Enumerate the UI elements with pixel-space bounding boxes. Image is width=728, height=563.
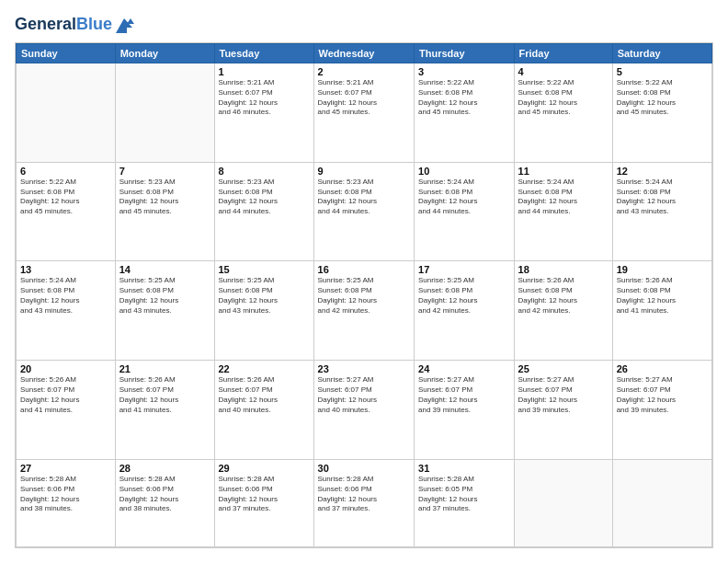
cal-cell: 22Sunrise: 5:26 AM Sunset: 6:07 PM Dayli… [214,361,313,460]
cal-cell: 27Sunrise: 5:28 AM Sunset: 6:06 PM Dayli… [17,459,116,546]
cell-info: Sunrise: 5:28 AM Sunset: 6:06 PM Dayligh… [318,475,410,514]
day-number: 1 [219,66,310,77]
cal-cell: 26Sunrise: 5:27 AM Sunset: 6:07 PM Dayli… [612,361,711,460]
day-number: 31 [418,463,510,474]
day-number: 29 [219,463,310,474]
page: GeneralBlue SundayMondayTuesdayWednesday… [0,0,728,563]
cal-cell: 1Sunrise: 5:21 AM Sunset: 6:07 PM Daylig… [214,63,313,163]
cell-info: Sunrise: 5:26 AM Sunset: 6:08 PM Dayligh… [617,276,708,316]
day-number: 20 [20,363,111,374]
week-row-4: 20Sunrise: 5:26 AM Sunset: 6:07 PM Dayli… [17,361,712,460]
cell-info: Sunrise: 5:22 AM Sunset: 6:08 PM Dayligh… [617,78,708,118]
day-header-saturday: Saturday [612,44,711,63]
day-header-tuesday: Tuesday [214,44,313,63]
cell-info: Sunrise: 5:27 AM Sunset: 6:07 PM Dayligh… [418,375,510,415]
day-number: 22 [219,363,310,374]
day-number: 11 [518,166,609,177]
cal-cell: 6Sunrise: 5:22 AM Sunset: 6:08 PM Daylig… [17,162,116,261]
day-number: 19 [617,264,708,275]
cal-cell: 5Sunrise: 5:22 AM Sunset: 6:08 PM Daylig… [612,63,711,163]
cal-cell: 2Sunrise: 5:21 AM Sunset: 6:07 PM Daylig… [313,63,414,163]
cal-cell: 11Sunrise: 5:24 AM Sunset: 6:08 PM Dayli… [514,162,612,261]
cal-cell [17,63,116,163]
cell-info: Sunrise: 5:27 AM Sunset: 6:07 PM Dayligh… [617,375,708,415]
cell-info: Sunrise: 5:25 AM Sunset: 6:08 PM Dayligh… [219,276,310,316]
cell-info: Sunrise: 5:24 AM Sunset: 6:08 PM Dayligh… [20,276,111,316]
day-number: 21 [119,363,210,374]
cal-cell: 24Sunrise: 5:27 AM Sunset: 6:07 PM Dayli… [415,361,515,460]
week-row-2: 6Sunrise: 5:22 AM Sunset: 6:08 PM Daylig… [17,162,712,261]
cell-info: Sunrise: 5:23 AM Sunset: 6:08 PM Dayligh… [119,178,210,217]
day-number: 14 [119,264,210,275]
day-number: 9 [318,166,410,177]
week-row-5: 27Sunrise: 5:28 AM Sunset: 6:06 PM Dayli… [17,459,712,546]
cal-cell: 14Sunrise: 5:25 AM Sunset: 6:08 PM Dayli… [115,261,214,361]
cal-cell [514,459,612,546]
day-number: 27 [20,463,111,474]
cell-info: Sunrise: 5:25 AM Sunset: 6:08 PM Dayligh… [119,276,210,316]
cal-cell: 8Sunrise: 5:23 AM Sunset: 6:08 PM Daylig… [214,162,313,261]
calendar-table: SundayMondayTuesdayWednesdayThursdayFrid… [16,43,712,547]
cell-info: Sunrise: 5:22 AM Sunset: 6:08 PM Dayligh… [418,78,510,118]
cal-cell: 3Sunrise: 5:22 AM Sunset: 6:08 PM Daylig… [415,63,515,163]
cal-cell: 25Sunrise: 5:27 AM Sunset: 6:07 PM Dayli… [514,361,612,460]
day-number: 23 [318,363,410,374]
day-number: 10 [418,166,510,177]
cal-cell: 15Sunrise: 5:25 AM Sunset: 6:08 PM Dayli… [214,261,313,361]
cell-info: Sunrise: 5:28 AM Sunset: 6:05 PM Dayligh… [418,475,510,514]
cell-info: Sunrise: 5:22 AM Sunset: 6:08 PM Dayligh… [20,178,111,217]
day-number: 4 [518,66,609,77]
cell-info: Sunrise: 5:26 AM Sunset: 6:08 PM Dayligh… [518,276,609,316]
day-number: 8 [219,166,310,177]
svg-marker-1 [127,18,134,24]
cal-cell: 4Sunrise: 5:22 AM Sunset: 6:08 PM Daylig… [514,63,612,163]
cell-info: Sunrise: 5:23 AM Sunset: 6:08 PM Dayligh… [318,178,410,217]
cal-cell: 7Sunrise: 5:23 AM Sunset: 6:08 PM Daylig… [115,162,214,261]
cal-cell [115,63,214,163]
cal-cell: 10Sunrise: 5:24 AM Sunset: 6:08 PM Dayli… [415,162,515,261]
day-number: 28 [119,463,210,474]
day-number: 25 [518,363,609,374]
cal-cell: 17Sunrise: 5:25 AM Sunset: 6:08 PM Dayli… [415,261,515,361]
cal-cell: 28Sunrise: 5:28 AM Sunset: 6:06 PM Dayli… [115,459,214,546]
cell-info: Sunrise: 5:26 AM Sunset: 6:07 PM Dayligh… [119,375,210,415]
cal-cell: 19Sunrise: 5:26 AM Sunset: 6:08 PM Dayli… [612,261,711,361]
logo-icon [114,15,134,35]
day-number: 3 [418,66,510,77]
day-header-friday: Friday [514,44,612,63]
cal-cell: 13Sunrise: 5:24 AM Sunset: 6:08 PM Dayli… [17,261,116,361]
cal-cell: 30Sunrise: 5:28 AM Sunset: 6:06 PM Dayli… [313,459,414,546]
day-number: 26 [617,363,708,374]
week-row-1: 1Sunrise: 5:21 AM Sunset: 6:07 PM Daylig… [17,63,712,163]
cal-cell: 18Sunrise: 5:26 AM Sunset: 6:08 PM Dayli… [514,261,612,361]
day-number: 15 [219,264,310,275]
cell-info: Sunrise: 5:26 AM Sunset: 6:07 PM Dayligh… [20,375,111,415]
day-number: 17 [418,264,510,275]
day-number: 16 [318,264,410,275]
cal-cell: 9Sunrise: 5:23 AM Sunset: 6:08 PM Daylig… [313,162,414,261]
cell-info: Sunrise: 5:21 AM Sunset: 6:07 PM Dayligh… [318,78,410,118]
cell-info: Sunrise: 5:28 AM Sunset: 6:06 PM Dayligh… [119,475,210,514]
week-row-3: 13Sunrise: 5:24 AM Sunset: 6:08 PM Dayli… [17,261,712,361]
cell-info: Sunrise: 5:25 AM Sunset: 6:08 PM Dayligh… [318,276,410,316]
cell-info: Sunrise: 5:27 AM Sunset: 6:07 PM Dayligh… [318,375,410,415]
cell-info: Sunrise: 5:25 AM Sunset: 6:08 PM Dayligh… [418,276,510,316]
cell-info: Sunrise: 5:24 AM Sunset: 6:08 PM Dayligh… [418,178,510,217]
day-number: 2 [318,66,410,77]
cal-cell: 21Sunrise: 5:26 AM Sunset: 6:07 PM Dayli… [115,361,214,460]
cal-cell [612,459,711,546]
cal-cell: 20Sunrise: 5:26 AM Sunset: 6:07 PM Dayli… [17,361,116,460]
cell-info: Sunrise: 5:24 AM Sunset: 6:08 PM Dayligh… [518,178,609,217]
day-number: 13 [20,264,111,275]
cell-info: Sunrise: 5:23 AM Sunset: 6:08 PM Dayligh… [219,178,310,217]
cell-info: Sunrise: 5:28 AM Sunset: 6:06 PM Dayligh… [20,475,111,514]
cell-info: Sunrise: 5:28 AM Sunset: 6:06 PM Dayligh… [219,475,310,514]
logo: GeneralBlue [15,15,134,35]
day-header-wednesday: Wednesday [313,44,414,63]
cell-info: Sunrise: 5:26 AM Sunset: 6:07 PM Dayligh… [219,375,310,415]
day-number: 18 [518,264,609,275]
day-number: 12 [617,166,708,177]
cell-info: Sunrise: 5:27 AM Sunset: 6:07 PM Dayligh… [518,375,609,415]
cal-cell: 29Sunrise: 5:28 AM Sunset: 6:06 PM Dayli… [214,459,313,546]
calendar: SundayMondayTuesdayWednesdayThursdayFrid… [15,42,713,548]
